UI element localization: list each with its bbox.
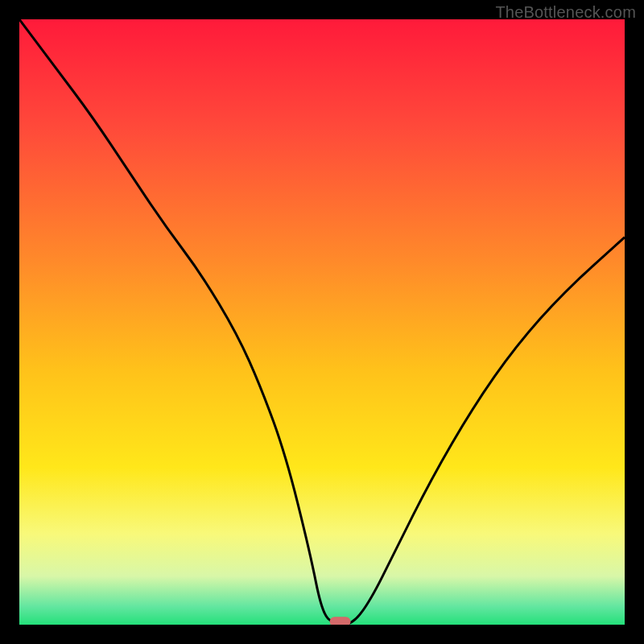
plot-svg <box>19 19 625 625</box>
chart-frame: TheBottleneck.com <box>0 0 644 644</box>
watermark-text: TheBottleneck.com <box>495 3 636 22</box>
plot-area <box>19 19 625 625</box>
gradient-background <box>19 19 625 625</box>
optimum-marker <box>330 617 351 625</box>
